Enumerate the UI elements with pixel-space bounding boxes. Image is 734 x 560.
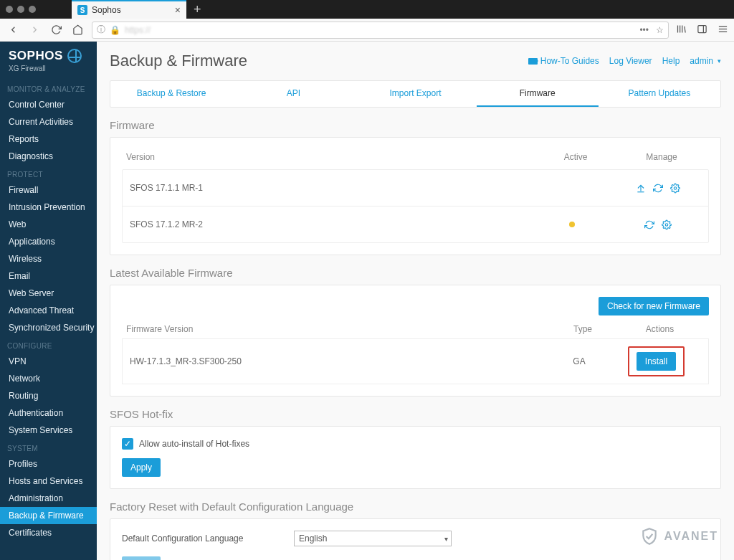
window-min-icon[interactable]	[17, 6, 24, 13]
user-menu[interactable]: admin	[690, 56, 721, 66]
sidebar-item-backup-firmware[interactable]: Backup & Firmware	[0, 507, 97, 524]
sidebar-item-web-server[interactable]: Web Server	[0, 285, 97, 302]
sidebar-item-wireless[interactable]: Wireless	[0, 250, 97, 267]
brand-globe-icon	[67, 49, 82, 63]
tabs: Backup & Restore API Import Export Firmw…	[110, 80, 721, 108]
tab-title: Sophos	[92, 5, 171, 15]
sidebar-item-intrusion[interactable]: Intrusion Prevention	[0, 199, 97, 216]
table-row: SFOS 17.1.1 MR-1	[123, 170, 708, 207]
link-log-viewer[interactable]: Log Viewer	[609, 56, 652, 66]
sidebar-item-web[interactable]: Web	[0, 216, 97, 233]
sidebar-item-hosts-services[interactable]: Hosts and Services	[0, 473, 97, 490]
col-manage: Manage	[619, 152, 705, 162]
install-button[interactable]: Install	[637, 352, 676, 371]
tab-import-export[interactable]: Import Export	[354, 81, 476, 107]
tab-pattern-updates[interactable]: Pattern Updates	[599, 81, 720, 107]
gear-icon[interactable]	[670, 183, 680, 193]
sidebar-item-applications[interactable]: Applications	[0, 233, 97, 250]
brand-logo: SOPHOS	[0, 42, 97, 65]
watermark: AVANET	[640, 527, 718, 546]
sidebar-item-profiles[interactable]: Profiles	[0, 455, 97, 473]
hotfix-apply-button[interactable]: Apply	[122, 458, 161, 477]
sidebar-item-certificates[interactable]: Certificates	[0, 524, 97, 541]
hotfix-checkbox-label: Allow auto-install of Hot-fixes	[139, 439, 249, 449]
install-highlight: Install	[628, 346, 685, 376]
sidebar-item-vpn[interactable]: VPN	[0, 353, 97, 370]
refresh-icon[interactable]	[653, 183, 663, 193]
refresh-icon[interactable]	[644, 219, 654, 229]
factory-apply-button[interactable]: Apply	[122, 556, 161, 560]
language-select[interactable]: English	[294, 531, 452, 546]
tab-api[interactable]: API	[232, 81, 354, 107]
sidebar-item-reports[interactable]: Reports	[0, 130, 97, 148]
factory-panel: Default Configuration Language English A…	[110, 518, 721, 560]
check-firmware-button[interactable]: Check for new Firmware	[599, 297, 709, 315]
sidebar-icon[interactable]	[697, 24, 707, 37]
col-active: Active	[533, 152, 619, 162]
tab-close-icon[interactable]: ×	[175, 4, 181, 16]
home-icon[interactable]	[70, 23, 85, 37]
lock-warning-icon: 🔒	[110, 25, 120, 35]
gear-icon[interactable]	[662, 219, 672, 229]
sidebar-item-current-activities[interactable]: Current Activities	[0, 113, 97, 130]
url-text: https://	[125, 25, 151, 35]
forward-icon[interactable]	[27, 23, 42, 37]
window-max-icon[interactable]	[29, 6, 36, 13]
window-close-icon[interactable]	[6, 6, 13, 13]
hotfix-checkbox[interactable]: ✓	[122, 438, 133, 450]
tab-firmware[interactable]: Firmware	[477, 81, 599, 107]
latest-version: HW-17.1.3_MR-3.SF300-250	[130, 356, 547, 366]
sidebar-section-protect: PROTECT	[0, 165, 97, 181]
menu-icon[interactable]	[718, 24, 728, 37]
sidebar: SOPHOS XG Firewall MONITOR & ANALYZE Con…	[0, 42, 97, 560]
latest-section-title: Latest Available Firmware	[110, 267, 721, 279]
latest-type: GA	[547, 356, 611, 366]
sidebar-item-diagnostics[interactable]: Diagnostics	[0, 148, 97, 165]
address-bar[interactable]: ⓘ 🔒 https:// ••• ☆	[92, 22, 669, 39]
more-icon[interactable]: •••	[639, 25, 649, 35]
bookmark-icon[interactable]: ☆	[656, 25, 664, 35]
brand-product: XG Firewall	[0, 65, 97, 80]
watermark-text: AVANET	[664, 530, 718, 543]
factory-label: Default Configuration Language	[122, 533, 265, 544]
tab-backup-restore[interactable]: Backup & Restore	[110, 81, 232, 107]
active-indicator-icon	[569, 222, 575, 227]
sidebar-section-system: SYSTEM	[0, 439, 97, 455]
sidebar-item-system-services[interactable]: System Services	[0, 422, 97, 439]
browser-navbar: ⓘ 🔒 https:// ••• ☆	[0, 19, 734, 42]
reload-icon[interactable]	[49, 23, 63, 37]
back-icon[interactable]	[6, 23, 20, 37]
brand-text: SOPHOS	[9, 49, 63, 63]
hotfix-section-title: SFOS Hot-fix	[110, 408, 721, 420]
link-howto[interactable]: How-To Guides	[528, 56, 599, 66]
latest-panel: Check for new Firmware Firmware Version …	[110, 285, 721, 397]
window-controls[interactable]	[6, 6, 36, 13]
svg-point-7	[665, 223, 668, 226]
library-icon[interactable]	[676, 24, 687, 37]
sidebar-item-administration[interactable]: Administration	[0, 490, 97, 507]
table-row: HW-17.1.3_MR-3.SF300-250 GA Install	[122, 338, 709, 384]
firmware-active-cell	[529, 219, 615, 229]
sidebar-item-routing[interactable]: Routing	[0, 387, 97, 404]
sidebar-item-network[interactable]: Network	[0, 370, 97, 387]
link-howto-label: How-To Guides	[540, 56, 599, 66]
sidebar-item-sync-security[interactable]: Synchronized Security	[0, 319, 97, 336]
sidebar-item-advanced-threat[interactable]: Advanced Threat	[0, 302, 97, 319]
firmware-panel: Version Active Manage SFOS 17.1.1 MR-1	[110, 137, 721, 255]
table-row: SFOS 17.1.2 MR-2	[123, 207, 708, 242]
sidebar-item-control-center[interactable]: Control Center	[0, 96, 97, 113]
firmware-version: SFOS 17.1.1 MR-1	[130, 183, 529, 193]
hotfix-panel: ✓ Allow auto-install of Hot-fixes Apply	[110, 426, 721, 489]
new-tab-button[interactable]: +	[186, 2, 209, 17]
factory-section-title: Factory Reset with Default Configuration…	[110, 500, 721, 513]
sidebar-item-firewall[interactable]: Firewall	[0, 181, 97, 199]
sidebar-item-authentication[interactable]: Authentication	[0, 404, 97, 422]
browser-tab[interactable]: S Sophos ×	[72, 0, 186, 19]
firmware-section-title: Firmware	[110, 119, 721, 131]
link-help[interactable]: Help	[662, 56, 680, 66]
page-title: Backup & Firmware	[110, 52, 247, 70]
sidebar-item-email[interactable]: Email	[0, 267, 97, 285]
upload-icon[interactable]	[636, 183, 646, 193]
sidebar-section-monitor: MONITOR & ANALYZE	[0, 80, 97, 96]
language-value: English	[299, 533, 327, 544]
